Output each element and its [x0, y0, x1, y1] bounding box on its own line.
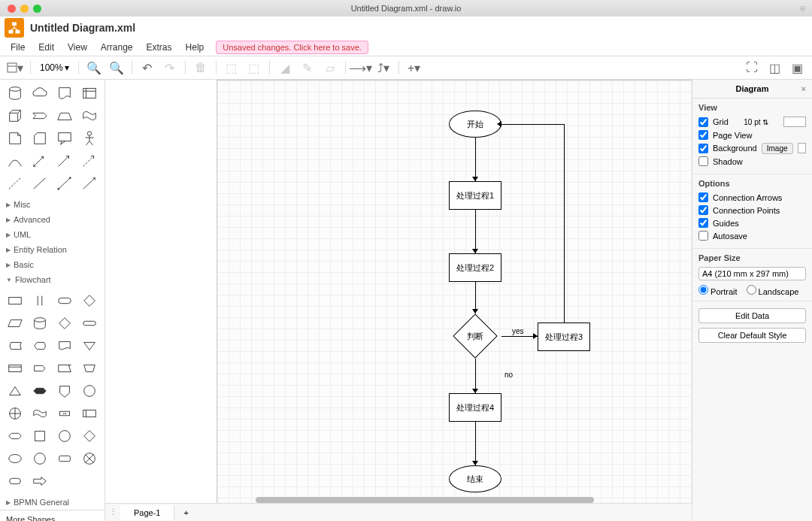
- fc-tape2[interactable]: [28, 403, 51, 424]
- fc-database[interactable]: [28, 313, 51, 334]
- fc-ellipse[interactable]: [3, 448, 26, 469]
- tab-page-1[interactable]: Page-1: [120, 505, 174, 520]
- fc-round2[interactable]: [53, 448, 77, 469]
- shape-cube[interactable]: [3, 105, 26, 126]
- shape-cylinder[interactable]: [3, 83, 26, 104]
- check-guides[interactable]: Guides: [698, 218, 806, 228]
- fc-process[interactable]: [3, 290, 26, 311]
- fc-circle3[interactable]: [28, 448, 51, 469]
- menu-help[interactable]: Help: [180, 41, 211, 54]
- shape-line[interactable]: [28, 173, 51, 194]
- fc-decision[interactable]: [78, 290, 102, 311]
- category-uml[interactable]: ▶UML: [0, 227, 105, 242]
- shape-note[interactable]: [3, 128, 26, 149]
- node-proc1[interactable]: 处理过程1: [449, 181, 501, 210]
- fc-subprocess[interactable]: [28, 290, 51, 311]
- grid-color-button[interactable]: [783, 117, 806, 127]
- check-grid[interactable]: Grid10 pt⇅: [698, 117, 806, 127]
- fc-diamond2[interactable]: [78, 426, 102, 447]
- line-color-icon[interactable]: ✎: [297, 59, 318, 77]
- close-panel-icon[interactable]: ×: [801, 84, 806, 93]
- pages-menu-icon[interactable]: ⋮: [105, 507, 120, 517]
- shape-dashed-line[interactable]: [3, 173, 26, 194]
- category-advanced[interactable]: ▶Advanced: [0, 212, 105, 227]
- category-entity-relation[interactable]: ▶Entity Relation: [0, 242, 105, 257]
- fc-connector[interactable]: [78, 380, 102, 401]
- fc-sum[interactable]: [78, 448, 102, 469]
- horizontal-scrollbar[interactable]: [256, 497, 594, 503]
- view-dropdown[interactable]: ▾: [5, 59, 26, 77]
- check-background[interactable]: BackgroundImage: [698, 143, 806, 153]
- edge-proc3-up[interactable]: [564, 124, 565, 323]
- to-back-icon[interactable]: ⬚: [244, 59, 265, 77]
- document-title[interactable]: Untitled Diagram.xml: [30, 22, 135, 34]
- fc-circle2[interactable]: [53, 426, 77, 447]
- node-end[interactable]: 结束: [449, 465, 501, 492]
- fc-prep[interactable]: [3, 426, 26, 447]
- category-basic[interactable]: ▶Basic: [0, 257, 105, 272]
- zoom-level[interactable]: 100% ▾: [35, 62, 74, 73]
- edit-data-button[interactable]: Edit Data: [698, 308, 806, 323]
- node-proc4[interactable]: 处理过程4: [449, 393, 501, 422]
- maximize-window-button[interactable]: [33, 5, 41, 13]
- shape-cloud[interactable]: [28, 83, 51, 104]
- shape-tape[interactable]: [78, 105, 102, 126]
- shape-actor[interactable]: [78, 128, 102, 149]
- undo-icon[interactable]: ↶: [137, 59, 158, 77]
- fc-extract[interactable]: [3, 380, 26, 401]
- grid-size-input[interactable]: 10 pt⇅: [744, 118, 768, 126]
- shape-trapezoid[interactable]: [53, 105, 77, 126]
- zoom-out-icon[interactable]: 🔍: [106, 59, 127, 77]
- page[interactable]: 开始 处理过程1 处理过程2 判断 ye: [217, 80, 692, 503]
- outline-panel-icon[interactable]: ▣: [786, 59, 807, 77]
- delete-icon[interactable]: 🗑: [190, 59, 211, 77]
- fc-manual-op[interactable]: [53, 358, 77, 379]
- edge-proc3-back[interactable]: [501, 124, 564, 125]
- shape-curve[interactable]: [3, 150, 26, 171]
- fc-or[interactable]: [3, 403, 26, 424]
- menu-edit[interactable]: Edit: [32, 41, 60, 54]
- redo-icon[interactable]: ↷: [159, 59, 180, 77]
- fc-terminator[interactable]: [78, 313, 102, 334]
- paper-size-select[interactable]: A4 (210 mm x 297 mm): [698, 267, 806, 280]
- edge-proc1-proc2[interactable]: [475, 210, 476, 253]
- fc-merge[interactable]: [78, 335, 102, 356]
- add-page-button[interactable]: +: [174, 505, 197, 520]
- waypoint-icon[interactable]: ⤴▾: [373, 59, 394, 77]
- fc-sort[interactable]: [53, 313, 77, 334]
- zoom-in-icon[interactable]: 🔍: [83, 59, 105, 77]
- shape-internal-storage[interactable]: [78, 83, 102, 104]
- shape-dashed-arrow[interactable]: [78, 150, 102, 171]
- fc-stored[interactable]: [3, 335, 26, 356]
- fc-square[interactable]: [28, 426, 51, 447]
- background-image-button[interactable]: Image: [762, 143, 793, 154]
- fc-offpage[interactable]: [53, 380, 77, 401]
- fc-loop[interactable]: [28, 380, 51, 401]
- shape-thin-bidir[interactable]: [53, 173, 77, 194]
- fc-manual-input[interactable]: [78, 358, 102, 379]
- radio-landscape[interactable]: Landscape: [747, 285, 799, 296]
- edge-proc4-end[interactable]: [475, 422, 476, 465]
- fc-collate[interactable]: •••: [53, 403, 77, 424]
- shape-thin-arrow[interactable]: [78, 173, 102, 194]
- shape-step[interactable]: [28, 105, 51, 126]
- check-conn-points[interactable]: Connection Points: [698, 205, 806, 215]
- more-shapes-button[interactable]: More Shapes...: [0, 510, 105, 521]
- shape-arrow1[interactable]: [53, 150, 77, 171]
- fc-annotation[interactable]: [78, 403, 102, 424]
- fc-display[interactable]: [28, 335, 51, 356]
- node-proc3[interactable]: 处理过程3: [538, 323, 590, 351]
- shape-document[interactable]: [53, 83, 77, 104]
- shadow-icon[interactable]: ▱: [320, 59, 341, 77]
- check-shadow[interactable]: Shadow: [698, 156, 806, 166]
- shape-bidir-arrow[interactable]: [28, 150, 51, 171]
- fc-predefined[interactable]: [3, 358, 26, 379]
- fullscreen-icon[interactable]: ⛶: [741, 59, 762, 77]
- insert-icon[interactable]: +▾: [404, 59, 425, 77]
- menu-arrange[interactable]: Arrange: [95, 41, 139, 54]
- fc-delay[interactable]: [28, 358, 51, 379]
- minimize-window-button[interactable]: [20, 5, 29, 13]
- close-window-button[interactable]: [8, 5, 16, 13]
- fc-rounded[interactable]: [3, 471, 26, 492]
- menu-file[interactable]: File: [5, 41, 31, 54]
